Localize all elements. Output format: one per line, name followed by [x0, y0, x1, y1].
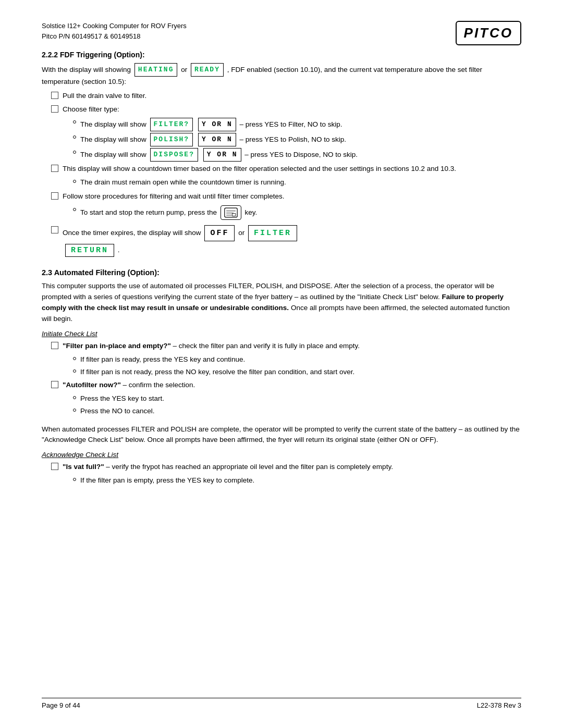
bullet-icon — [73, 396, 76, 399]
display-filter-return: FILTER — [248, 225, 297, 241]
checkbox-icon — [51, 342, 58, 349]
item-text: If filter pan is not ready, press the NO… — [80, 367, 354, 378]
item-text: Once the timer expires, the display will… — [63, 225, 299, 241]
section-23-para2: When automated processes FILTER and POLI… — [42, 424, 521, 446]
checkbox-icon — [51, 226, 58, 233]
bullet-icon — [73, 369, 76, 373]
checkbox-icon — [51, 381, 58, 388]
bold-text: "Filter pan in-place and empty?" — [63, 342, 171, 350]
display-ready: READY — [191, 63, 224, 77]
display-off: OFF — [204, 225, 235, 241]
page-number: Page 9 of 44 — [42, 701, 80, 709]
item-text: The display will show DISPOSE? Y OR N – … — [80, 148, 358, 162]
item-text: "Autofilter now?" – confirm the selectio… — [63, 380, 195, 391]
bold-text: "Is vat full?" — [63, 463, 104, 471]
list-item: Choose filter type: — [51, 104, 521, 115]
list-item: To start and stop the return pump, press… — [73, 205, 521, 220]
bullet-icon — [73, 180, 76, 183]
list-item: Once the timer expires, the display will… — [51, 225, 521, 241]
item-text: Choose filter type: — [63, 104, 119, 115]
section-222-intro: With the display will showing HEATING or… — [42, 63, 521, 88]
item-text: The display will show POLISH? Y OR N – p… — [80, 133, 346, 146]
header: Solstice I12+ Cooking Computer for ROV F… — [42, 21, 521, 45]
item-text: To start and stop the return pump, press… — [80, 205, 257, 220]
autofilter-list: "Autofilter now?" – confirm the selectio… — [51, 380, 521, 391]
item-text: Press the NO to cancel. — [80, 406, 155, 417]
vatrfull-subs: If the filter pan is empty, press the YE… — [73, 475, 521, 486]
list-item: The drain must remain open while the cou… — [73, 177, 521, 188]
display-yor: Y OR N — [198, 118, 236, 131]
bullet-icon — [73, 135, 76, 139]
item-text: Press the YES key to start. — [80, 393, 164, 404]
display-polish: POLISH? — [150, 133, 193, 146]
initiate-list: "Filter pan in-place and empty?" – check… — [51, 341, 521, 352]
acknowledge-heading: Acknowledge Check List — [42, 451, 521, 459]
item-text: "Is vat full?" – verify the frypot has r… — [63, 462, 393, 473]
display-dispose: DISPOSE? — [150, 148, 198, 162]
section-222-heading: 2.2.2 FDF Triggering (Option): — [42, 51, 521, 59]
list-item: The display will show FILTER? Y OR N – p… — [73, 118, 521, 131]
initiate-heading: Initiate Check List — [42, 330, 521, 338]
list-item: "Autofilter now?" – confirm the selectio… — [51, 380, 521, 391]
checkbox-icon — [51, 165, 58, 172]
item-text: If the filter pan is empty, press the YE… — [80, 475, 254, 486]
list-item: If filter pan is ready, press the YES ke… — [73, 354, 521, 365]
list-item: This display will show a countdown timer… — [51, 164, 521, 175]
item-text: This display will show a countdown timer… — [63, 164, 456, 175]
bullet-icon — [73, 120, 76, 124]
item-text: Pull the drain valve to filter. — [63, 91, 146, 102]
list-item: If the filter pan is empty, press the YE… — [73, 475, 521, 486]
filter-type-list: The display will show FILTER? Y OR N – p… — [73, 118, 521, 162]
list-item: The display will show POLISH? Y OR N – p… — [73, 133, 521, 146]
header-line2: Pitco P/N 60149517 & 60149518 — [42, 31, 187, 42]
display-yor2: Y OR N — [198, 133, 236, 146]
follow-list: Follow store procedures for filtering an… — [51, 191, 521, 202]
item-text: The drain must remain open while the cou… — [80, 177, 286, 188]
bullet-icon — [73, 478, 76, 481]
bold-text: "Autofilter now?" — [63, 381, 121, 389]
header-left: Solstice I12+ Cooking Computer for ROV F… — [42, 21, 187, 41]
header-line1: Solstice I12+ Cooking Computer for ROV F… — [42, 21, 187, 31]
filter-pan-subs: If filter pan is ready, press the YES ke… — [73, 354, 521, 378]
list-item: Follow store procedures for filtering an… — [51, 191, 521, 202]
pump-list: To start and stop the return pump, press… — [73, 205, 521, 220]
list-item: Pull the drain valve to filter. — [51, 91, 521, 102]
bullet-icon — [73, 208, 76, 211]
section-23-heading: 2.3 Automated Filtering (Option): — [42, 268, 521, 277]
checkbox-icon — [51, 105, 58, 113]
section-222-list: Pull the drain valve to filter. Choose f… — [51, 91, 521, 115]
checkbox-icon — [51, 192, 58, 200]
list-item: "Is vat full?" – verify the frypot has r… — [51, 462, 521, 473]
section-23-para1: This computer supports the use of automa… — [42, 281, 521, 325]
section-222-list2: This display will show a countdown timer… — [51, 164, 521, 175]
countdown-sub-list: The drain must remain open while the cou… — [73, 177, 521, 188]
display-heating: HEATING — [134, 63, 178, 77]
return-display-row: RETURN . — [64, 244, 521, 257]
pump-key-icon — [221, 205, 241, 220]
list-item: Press the YES key to start. — [73, 393, 521, 404]
acknowledge-list: "Is vat full?" – verify the frypot has r… — [51, 462, 521, 473]
autofilter-subs: Press the YES key to start. Press the NO… — [73, 393, 521, 417]
checkbox-icon — [51, 92, 58, 99]
item-text: "Filter pan in-place and empty?" – check… — [63, 341, 360, 352]
doc-number: L22-378 Rev 3 — [477, 701, 521, 709]
section-23: 2.3 Automated Filtering (Option): This c… — [42, 268, 521, 486]
item-text: Follow store procedures for filtering an… — [63, 191, 284, 202]
footer: Page 9 of 44 L22-378 Rev 3 — [42, 698, 521, 709]
bullet-icon — [73, 151, 76, 154]
display-filter: FILTER? — [150, 118, 193, 131]
list-item: If filter pan is not ready, press the NO… — [73, 367, 521, 378]
logo: PITCO — [456, 21, 521, 45]
bullet-icon — [73, 409, 76, 412]
logo-text: PITCO — [464, 25, 513, 41]
item-text: The display will show FILTER? Y OR N – p… — [80, 118, 342, 131]
bullet-icon — [73, 357, 76, 360]
list-item: Press the NO to cancel. — [73, 406, 521, 417]
page: Solstice I12+ Cooking Computer for ROV F… — [0, 0, 563, 728]
checkbox-icon — [51, 463, 58, 470]
timer-list: Once the timer expires, the display will… — [51, 225, 521, 241]
item-text: If filter pan is ready, press the YES ke… — [80, 354, 245, 365]
list-item: The display will show DISPOSE? Y OR N – … — [73, 148, 521, 162]
display-yor3: Y OR N — [203, 148, 241, 162]
list-item: "Filter pan in-place and empty?" – check… — [51, 341, 521, 352]
